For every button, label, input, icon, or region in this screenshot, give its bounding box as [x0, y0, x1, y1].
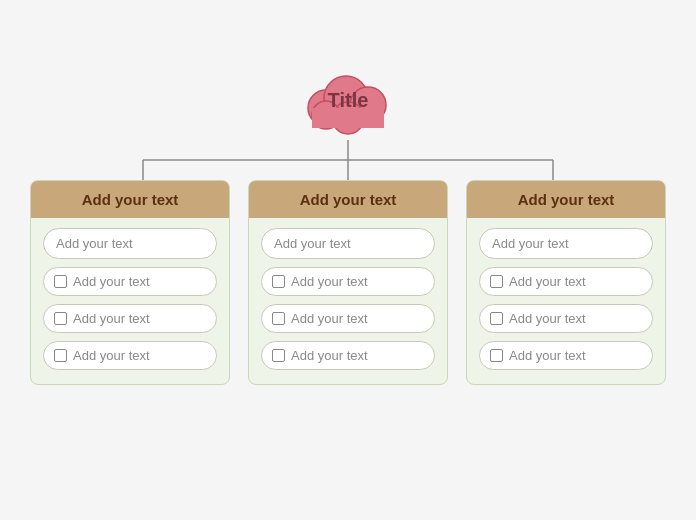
column-2-checkbox-1-label: Add your text [291, 274, 368, 289]
column-3-header: Add your text [467, 181, 665, 218]
column-2-checkbox-2-label: Add your text [291, 311, 368, 326]
checkbox-icon[interactable] [54, 349, 67, 362]
column-1-body: Add your text Add your text Add your tex… [31, 218, 229, 370]
column-3-text-item[interactable]: Add your text [479, 228, 653, 259]
column-2-text-item[interactable]: Add your text [261, 228, 435, 259]
column-1-checkbox-1[interactable]: Add your text [43, 267, 217, 296]
checkbox-icon[interactable] [490, 312, 503, 325]
checkbox-icon[interactable] [272, 275, 285, 288]
column-2-checkbox-3-label: Add your text [291, 348, 368, 363]
column-3-checkbox-3[interactable]: Add your text [479, 341, 653, 370]
column-3-body: Add your text Add your text Add your tex… [467, 218, 665, 370]
cloud-title: Title [328, 89, 369, 112]
title-node: Title [288, 60, 408, 140]
column-3-checkbox-3-label: Add your text [509, 348, 586, 363]
checkbox-icon[interactable] [272, 312, 285, 325]
column-1-checkbox-1-label: Add your text [73, 274, 150, 289]
column-2-body: Add your text Add your text Add your tex… [249, 218, 447, 370]
column-2-header: Add your text [249, 181, 447, 218]
checkbox-icon[interactable] [272, 349, 285, 362]
column-3-checkbox-2[interactable]: Add your text [479, 304, 653, 333]
column-2-checkbox-2[interactable]: Add your text [261, 304, 435, 333]
column-3-checkbox-2-label: Add your text [509, 311, 586, 326]
column-1-checkbox-2-label: Add your text [73, 311, 150, 326]
columns-container: Add your text Add your text Add your tex… [0, 180, 696, 385]
column-2-checkbox-3[interactable]: Add your text [261, 341, 435, 370]
checkbox-icon[interactable] [54, 275, 67, 288]
column-2: Add your text Add your text Add your tex… [248, 180, 448, 385]
column-1-text-item[interactable]: Add your text [43, 228, 217, 259]
column-1-header: Add your text [31, 181, 229, 218]
column-1-checkbox-3[interactable]: Add your text [43, 341, 217, 370]
column-3-checkbox-1[interactable]: Add your text [479, 267, 653, 296]
column-3-checkbox-1-label: Add your text [509, 274, 586, 289]
column-2-checkbox-1[interactable]: Add your text [261, 267, 435, 296]
connector-lines [0, 140, 696, 180]
column-1-checkbox-2[interactable]: Add your text [43, 304, 217, 333]
column-1: Add your text Add your text Add your tex… [30, 180, 230, 385]
column-3: Add your text Add your text Add your tex… [466, 180, 666, 385]
checkbox-icon[interactable] [490, 349, 503, 362]
checkbox-icon[interactable] [54, 312, 67, 325]
lines-svg [0, 140, 696, 180]
checkbox-icon[interactable] [490, 275, 503, 288]
diagram: Title Add your text Add your text Add y [0, 0, 696, 520]
column-1-checkbox-3-label: Add your text [73, 348, 150, 363]
